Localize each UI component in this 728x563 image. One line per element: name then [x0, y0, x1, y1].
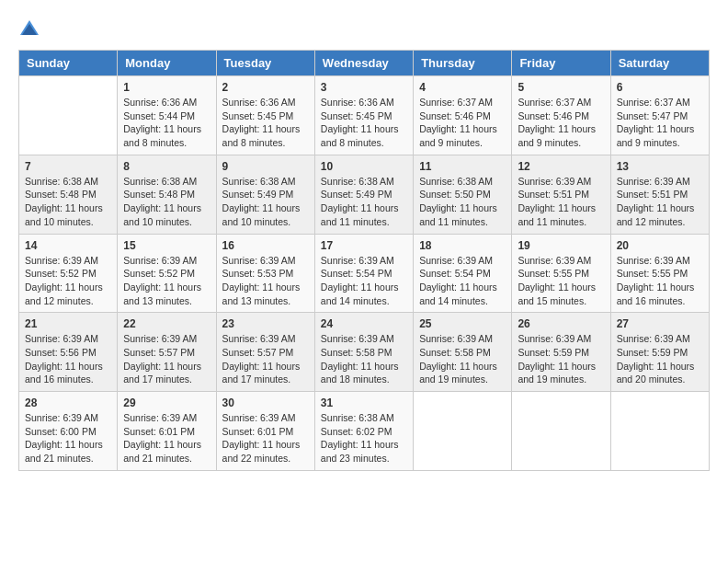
day-number: 29	[123, 396, 210, 409]
day-info: Sunrise: 6:36 AMSunset: 5:45 PMDaylight:…	[222, 96, 309, 150]
header-sunday: Sunday	[19, 51, 118, 76]
day-number: 31	[321, 396, 407, 409]
day-info: Sunrise: 6:39 AMSunset: 5:54 PMDaylight:…	[419, 254, 506, 308]
day-info: Sunrise: 6:39 AMSunset: 5:53 PMDaylight:…	[222, 254, 309, 308]
day-info: Sunrise: 6:38 AMSunset: 5:48 PMDaylight:…	[25, 175, 111, 229]
calendar-cell: 5Sunrise: 6:37 AMSunset: 5:46 PMDaylight…	[512, 76, 610, 155]
calendar-cell	[610, 392, 709, 471]
calendar-cell: 2Sunrise: 6:36 AMSunset: 5:45 PMDaylight…	[216, 76, 314, 155]
header-row: SundayMondayTuesdayWednesdayThursdayFrid…	[19, 51, 710, 76]
day-number: 30	[222, 396, 309, 409]
day-info: Sunrise: 6:39 AMSunset: 6:01 PMDaylight:…	[123, 411, 210, 465]
header-saturday: Saturday	[610, 51, 709, 76]
day-info: Sunrise: 6:38 AMSunset: 5:48 PMDaylight:…	[123, 175, 210, 229]
calendar-cell: 4Sunrise: 6:37 AMSunset: 5:46 PMDaylight…	[414, 76, 512, 155]
header-friday: Friday	[512, 51, 610, 76]
day-number: 24	[321, 317, 407, 330]
calendar-cell	[512, 392, 610, 471]
day-info: Sunrise: 6:39 AMSunset: 5:51 PMDaylight:…	[617, 175, 703, 229]
calendar-cell: 6Sunrise: 6:37 AMSunset: 5:47 PMDaylight…	[610, 76, 709, 155]
calendar-cell: 3Sunrise: 6:36 AMSunset: 5:45 PMDaylight…	[314, 76, 413, 155]
header-thursday: Thursday	[414, 51, 512, 76]
week-row-5: 28Sunrise: 6:39 AMSunset: 6:00 PMDayligh…	[19, 392, 710, 471]
week-row-4: 21Sunrise: 6:39 AMSunset: 5:56 PMDayligh…	[19, 313, 710, 392]
day-info: Sunrise: 6:36 AMSunset: 5:45 PMDaylight:…	[321, 96, 407, 150]
day-info: Sunrise: 6:39 AMSunset: 5:52 PMDaylight:…	[25, 254, 111, 308]
day-info: Sunrise: 6:38 AMSunset: 5:49 PMDaylight:…	[321, 175, 407, 229]
day-info: Sunrise: 6:39 AMSunset: 6:01 PMDaylight:…	[222, 411, 309, 465]
day-number: 4	[419, 81, 506, 94]
day-number: 10	[321, 160, 407, 173]
day-info: Sunrise: 6:36 AMSunset: 5:44 PMDaylight:…	[123, 96, 210, 150]
calendar-cell: 21Sunrise: 6:39 AMSunset: 5:56 PMDayligh…	[19, 313, 118, 392]
day-number: 16	[222, 239, 309, 252]
week-row-3: 14Sunrise: 6:39 AMSunset: 5:52 PMDayligh…	[19, 234, 710, 313]
calendar-cell: 1Sunrise: 6:36 AMSunset: 5:44 PMDaylight…	[118, 76, 216, 155]
day-number: 12	[518, 160, 604, 173]
calendar-cell: 17Sunrise: 6:39 AMSunset: 5:54 PMDayligh…	[314, 234, 413, 313]
calendar-cell: 29Sunrise: 6:39 AMSunset: 6:01 PMDayligh…	[118, 392, 216, 471]
calendar-cell: 15Sunrise: 6:39 AMSunset: 5:52 PMDayligh…	[118, 234, 216, 313]
calendar-cell: 11Sunrise: 6:38 AMSunset: 5:50 PMDayligh…	[414, 155, 512, 234]
calendar-cell: 10Sunrise: 6:38 AMSunset: 5:49 PMDayligh…	[314, 155, 413, 234]
calendar-cell: 22Sunrise: 6:39 AMSunset: 5:57 PMDayligh…	[118, 313, 216, 392]
calendar-table: SundayMondayTuesdayWednesdayThursdayFrid…	[18, 50, 710, 471]
week-row-1: 1Sunrise: 6:36 AMSunset: 5:44 PMDaylight…	[19, 76, 710, 155]
day-number: 3	[321, 81, 407, 94]
day-number: 23	[222, 317, 309, 330]
day-number: 7	[25, 160, 111, 173]
calendar-cell: 28Sunrise: 6:39 AMSunset: 6:00 PMDayligh…	[19, 392, 118, 471]
day-info: Sunrise: 6:37 AMSunset: 5:46 PMDaylight:…	[419, 96, 506, 150]
day-info: Sunrise: 6:39 AMSunset: 5:57 PMDaylight:…	[222, 332, 309, 386]
day-number: 5	[518, 81, 604, 94]
day-number: 9	[222, 160, 309, 173]
day-number: 27	[617, 317, 703, 330]
header-monday: Monday	[118, 51, 216, 76]
page-header	[18, 18, 710, 40]
day-info: Sunrise: 6:38 AMSunset: 5:50 PMDaylight:…	[419, 175, 506, 229]
day-info: Sunrise: 6:39 AMSunset: 5:55 PMDaylight:…	[518, 254, 604, 308]
day-number: 14	[25, 239, 111, 252]
day-number: 19	[518, 239, 604, 252]
day-info: Sunrise: 6:39 AMSunset: 5:51 PMDaylight:…	[518, 175, 604, 229]
calendar-cell: 30Sunrise: 6:39 AMSunset: 6:01 PMDayligh…	[216, 392, 314, 471]
day-info: Sunrise: 6:39 AMSunset: 5:57 PMDaylight:…	[123, 332, 210, 386]
day-info: Sunrise: 6:39 AMSunset: 5:58 PMDaylight:…	[419, 332, 506, 386]
header-wednesday: Wednesday	[314, 51, 413, 76]
calendar-cell	[414, 392, 512, 471]
day-info: Sunrise: 6:39 AMSunset: 5:54 PMDaylight:…	[321, 254, 407, 308]
calendar-cell: 18Sunrise: 6:39 AMSunset: 5:54 PMDayligh…	[414, 234, 512, 313]
day-number: 18	[419, 239, 506, 252]
day-number: 26	[518, 317, 604, 330]
day-number: 1	[123, 81, 210, 94]
day-number: 20	[617, 239, 703, 252]
day-info: Sunrise: 6:39 AMSunset: 6:00 PMDaylight:…	[25, 411, 111, 465]
day-info: Sunrise: 6:39 AMSunset: 5:52 PMDaylight:…	[123, 254, 210, 308]
day-info: Sunrise: 6:39 AMSunset: 5:55 PMDaylight:…	[617, 254, 703, 308]
day-info: Sunrise: 6:39 AMSunset: 5:58 PMDaylight:…	[321, 332, 407, 386]
day-number: 28	[25, 396, 111, 409]
day-info: Sunrise: 6:38 AMSunset: 5:49 PMDaylight:…	[222, 175, 309, 229]
calendar-cell: 13Sunrise: 6:39 AMSunset: 5:51 PMDayligh…	[610, 155, 709, 234]
calendar-cell: 7Sunrise: 6:38 AMSunset: 5:48 PMDaylight…	[19, 155, 118, 234]
calendar-cell: 8Sunrise: 6:38 AMSunset: 5:48 PMDaylight…	[118, 155, 216, 234]
header-tuesday: Tuesday	[216, 51, 314, 76]
day-number: 13	[617, 160, 703, 173]
logo	[18, 18, 44, 40]
day-number: 21	[25, 317, 111, 330]
day-number: 6	[617, 81, 703, 94]
calendar-cell: 31Sunrise: 6:38 AMSunset: 6:02 PMDayligh…	[314, 392, 413, 471]
calendar-cell: 14Sunrise: 6:39 AMSunset: 5:52 PMDayligh…	[19, 234, 118, 313]
calendar-cell: 24Sunrise: 6:39 AMSunset: 5:58 PMDayligh…	[314, 313, 413, 392]
calendar-cell: 27Sunrise: 6:39 AMSunset: 5:59 PMDayligh…	[610, 313, 709, 392]
day-number: 25	[419, 317, 506, 330]
day-number: 15	[123, 239, 210, 252]
day-number: 2	[222, 81, 309, 94]
day-info: Sunrise: 6:37 AMSunset: 5:46 PMDaylight:…	[518, 96, 604, 150]
day-info: Sunrise: 6:38 AMSunset: 6:02 PMDaylight:…	[321, 411, 407, 465]
calendar-cell	[19, 76, 118, 155]
calendar-cell: 25Sunrise: 6:39 AMSunset: 5:58 PMDayligh…	[414, 313, 512, 392]
day-info: Sunrise: 6:37 AMSunset: 5:47 PMDaylight:…	[617, 96, 703, 150]
calendar-cell: 16Sunrise: 6:39 AMSunset: 5:53 PMDayligh…	[216, 234, 314, 313]
calendar-cell: 9Sunrise: 6:38 AMSunset: 5:49 PMDaylight…	[216, 155, 314, 234]
